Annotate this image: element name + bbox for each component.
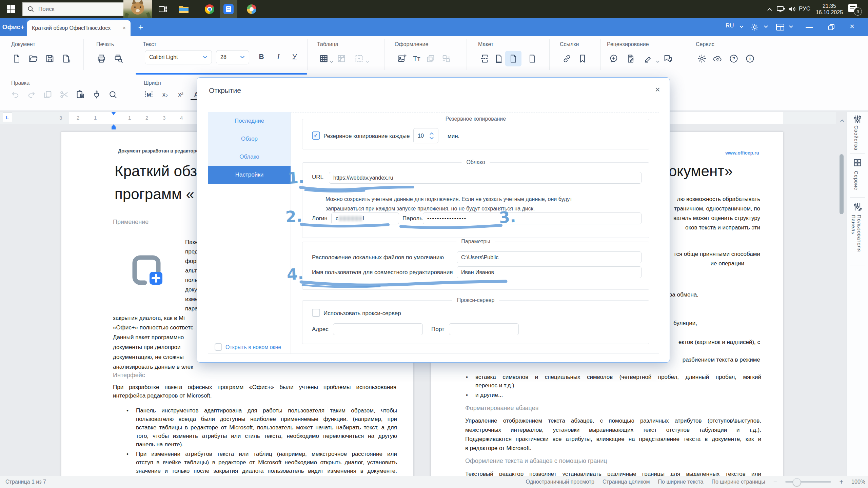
dialog-tab-recent[interactable]: Последние: [208, 112, 291, 130]
font-size-select[interactable]: 28: [216, 50, 249, 64]
file-explorer-button[interactable]: [178, 4, 189, 14]
close-window-button[interactable]: ×: [850, 22, 854, 31]
search-input[interactable]: [38, 5, 114, 13]
url-input[interactable]: [329, 172, 642, 184]
text-style-button[interactable]: Тт: [411, 53, 422, 64]
left-indent-marker[interactable]: [111, 124, 116, 127]
spinner-arrows-icon[interactable]: [429, 131, 434, 140]
zoom-in-button[interactable]: +: [839, 478, 843, 486]
settings-button[interactable]: [696, 53, 708, 64]
view-text-width[interactable]: По ширине текста: [658, 479, 704, 485]
first-line-indent-marker[interactable]: [111, 112, 116, 115]
about-button[interactable]: i: [744, 53, 756, 64]
view-single-page[interactable]: Одностраничный просмотр: [526, 479, 594, 485]
save-document-button[interactable]: [44, 53, 56, 64]
cloud-sync-button[interactable]: [712, 53, 723, 64]
proxy-port-input[interactable]: [449, 323, 519, 335]
zoom-slider-thumb[interactable]: [793, 478, 801, 486]
page-orientation-button[interactable]: [508, 53, 519, 64]
zoom-out-button[interactable]: −: [773, 478, 777, 486]
chevron-down-icon[interactable]: [330, 60, 334, 63]
zoom-slider[interactable]: [785, 481, 831, 483]
chevron-down-icon[interactable]: [656, 60, 660, 63]
highlighter-button[interactable]: [643, 53, 654, 64]
tab-service[interactable]: Сервис: [847, 153, 868, 197]
document-tab[interactable]: Краткий обзор ОфисПлюс.docx ×: [27, 20, 131, 36]
bold-button[interactable]: B: [256, 51, 267, 62]
new-document-button[interactable]: [11, 53, 22, 64]
paint-app-button[interactable]: [246, 4, 257, 14]
minimize-button[interactable]: [806, 27, 813, 28]
layout-view-icon[interactable]: [776, 23, 785, 31]
find-button[interactable]: [107, 89, 119, 100]
print-button[interactable]: [96, 53, 107, 64]
italic-button[interactable]: I: [273, 51, 284, 62]
hyperlink-button[interactable]: [561, 53, 573, 64]
start-button[interactable]: [4, 5, 18, 14]
clock[interactable]: 21:35 16.10.2025: [814, 3, 845, 16]
view-whole-page[interactable]: Страница целиком: [603, 479, 650, 485]
dialog-tab-settings[interactable]: Настройки: [208, 166, 291, 184]
char-spacing-button[interactable]: М: [143, 89, 155, 100]
task-view-button[interactable]: [158, 5, 169, 14]
backup-interval-input[interactable]: 10: [413, 128, 438, 143]
open-document-button[interactable]: [27, 53, 39, 64]
local-files-input[interactable]: [457, 251, 642, 263]
comments-list-button[interactable]: [662, 53, 674, 64]
backup-checkbox[interactable]: [312, 131, 320, 140]
dialog-tab-browse[interactable]: Обзор: [208, 130, 291, 148]
tray-expand-button[interactable]: [765, 6, 774, 13]
page-margins-button[interactable]: [493, 53, 505, 64]
indent-square-marker[interactable]: [112, 127, 116, 129]
save-as-button[interactable]: [61, 53, 72, 64]
password-input[interactable]: ••••••••••••••••: [423, 212, 642, 224]
track-changes-button[interactable]: [625, 53, 636, 64]
network-tray-button[interactable]: [776, 5, 786, 14]
volume-tray-button[interactable]: [787, 5, 797, 14]
tab-user-panel[interactable]: Панель Пользователя: [847, 197, 868, 265]
insert-image-button[interactable]: [396, 53, 408, 64]
text-line: изме: [185, 296, 198, 303]
print-preview-button[interactable]: [113, 53, 124, 64]
add-comment-button[interactable]: [608, 53, 619, 64]
proxy-use-label: Использовать прокси-сервер: [323, 310, 401, 317]
subscript-button[interactable]: x₂: [159, 89, 171, 100]
page-break-button[interactable]: [479, 53, 491, 64]
close-tab-icon[interactable]: ×: [123, 25, 126, 31]
vertical-scrollbar-thumb[interactable]: [840, 154, 844, 214]
underline-button[interactable]: У: [289, 51, 300, 62]
dialog-tab-cloud[interactable]: Облако: [208, 148, 291, 166]
superscript-button[interactable]: x²: [175, 89, 186, 100]
chevron-down-icon[interactable]: [789, 25, 793, 28]
format-painter-button[interactable]: [91, 89, 102, 100]
username-input[interactable]: [457, 266, 642, 278]
proxy-address-input[interactable]: [333, 323, 423, 335]
blank-page-button[interactable]: [527, 53, 538, 64]
ui-language-selector[interactable]: RU: [726, 22, 734, 29]
tab-properties[interactable]: Свойства: [847, 112, 868, 153]
paste-button[interactable]: [75, 89, 86, 100]
open-new-window-label[interactable]: Открыть в новом окне: [225, 344, 281, 350]
new-tab-button[interactable]: +: [135, 21, 146, 33]
selection-icon: [354, 54, 364, 63]
view-page-width[interactable]: По ширине страницы: [712, 479, 765, 485]
tab-stop-selector[interactable]: L: [3, 113, 12, 122]
chevron-down-icon[interactable]: [739, 25, 744, 28]
dialog-close-icon[interactable]: ×: [655, 84, 660, 95]
language-indicator[interactable]: РУС: [799, 5, 810, 12]
insert-table-button[interactable]: [318, 53, 330, 64]
restore-window-button[interactable]: [828, 24, 835, 30]
theme-sun-icon[interactable]: [751, 23, 759, 31]
bookmark-button[interactable]: [577, 53, 588, 64]
proxy-checkbox[interactable]: [312, 309, 320, 317]
login-input[interactable]: c l: [331, 212, 399, 224]
font-name-select[interactable]: Calibri Light: [145, 50, 212, 64]
redo-icon: [27, 90, 36, 99]
help-button[interactable]: ?: [728, 53, 739, 64]
scroll-up-icon[interactable]: [840, 119, 845, 123]
office-app-button[interactable]: [223, 4, 234, 14]
chrome-button[interactable]: [204, 4, 215, 14]
app-logo[interactable]: Офис+: [0, 18, 26, 36]
chevron-down-icon[interactable]: [764, 25, 768, 28]
open-new-window-checkbox[interactable]: [215, 343, 222, 351]
